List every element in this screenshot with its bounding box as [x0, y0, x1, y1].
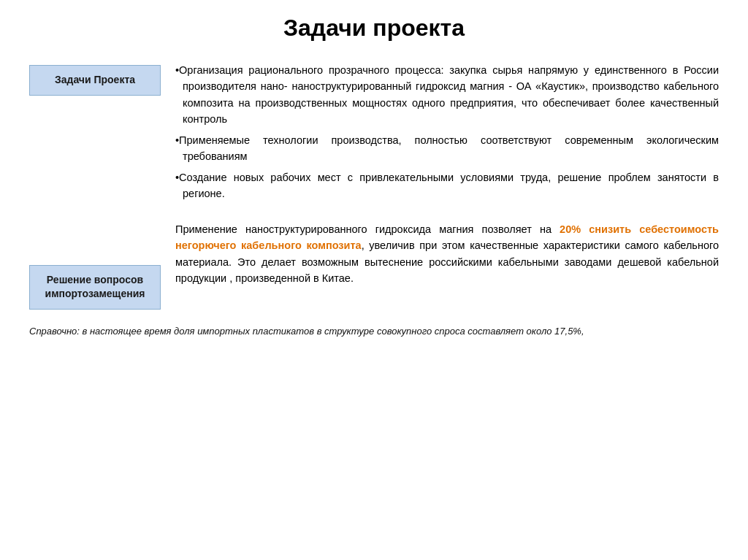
section-1-label: Задачи Проекта	[29, 65, 161, 96]
text-before-highlight: Применение наноструктурированного гидрок…	[175, 223, 560, 235]
section-2-text: Применение наноструктурированного гидрок…	[175, 221, 719, 291]
bullet-1: •Организация рационального прозрачного п…	[175, 62, 719, 128]
bullet-2: •Применяемые технологии производства, по…	[175, 132, 719, 165]
page-title: Задачи проекта	[29, 15, 719, 42]
section-2-row: Решение вопросов импортозамещения Примен…	[29, 221, 719, 310]
bullet-3: •Создание новых рабочих мест с привлекат…	[175, 169, 719, 202]
footnote: Справочно: в настоящее время доля импорт…	[29, 324, 719, 339]
content-area: Задачи Проекта •Организация рациональног…	[29, 62, 719, 545]
section-2-label: Решение вопросов импортозамещения	[29, 265, 161, 310]
section-2-paragraph: Применение наноструктурированного гидрок…	[175, 221, 719, 287]
section-1-row: Задачи Проекта •Организация рациональног…	[29, 62, 719, 207]
section-1-text: •Организация рационального прозрачного п…	[175, 62, 719, 207]
